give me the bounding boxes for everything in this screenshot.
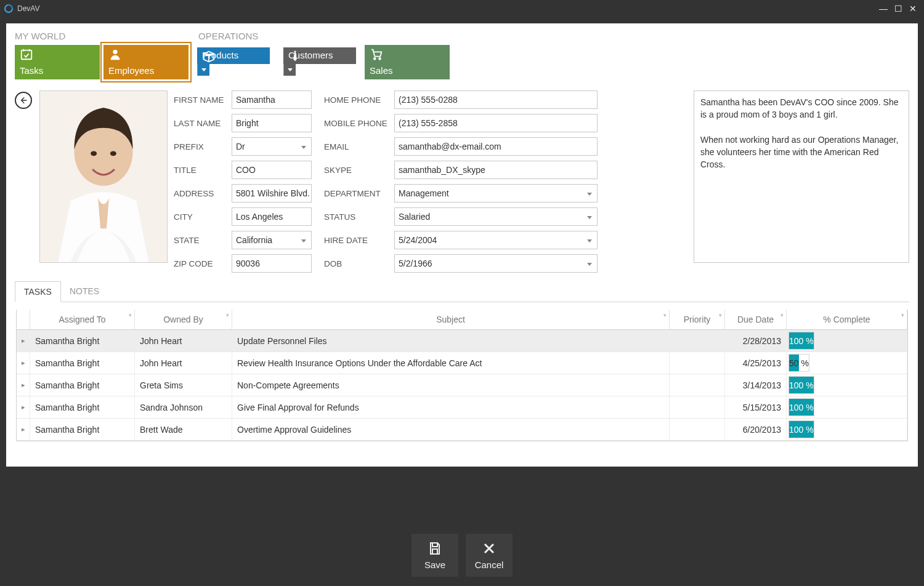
content-panel: MY WORLD OPERATIONS Tasks Employees Prod… (6, 23, 918, 467)
employee-notes: Samantha has been DevAV's COO since 2009… (694, 90, 909, 263)
filter-icon[interactable]: ▾ (719, 312, 722, 318)
cancel-label: Cancel (475, 560, 504, 570)
table-row[interactable]: ▸Samantha BrightGreta SimsNon-Compete Ag… (17, 374, 907, 396)
svg-rect-10 (432, 549, 437, 554)
tab-notes[interactable]: NOTES (61, 281, 108, 302)
cell-priority (670, 374, 725, 396)
state-label: STATE (174, 236, 229, 245)
expand-icon[interactable]: ▸ (17, 419, 30, 440)
cell-priority (670, 352, 725, 374)
cell-complete: 100 % (787, 374, 907, 396)
cart-icon (370, 47, 383, 63)
save-label: Save (424, 560, 445, 570)
cell-subject: Update Personnel Files (232, 330, 670, 351)
nav-customers[interactable]: Customers (278, 45, 361, 79)
notes-line1: Samantha has been DevAV's COO since 2009… (700, 96, 902, 121)
notes-line2: When not working hard as our Operations … (700, 134, 902, 171)
expand-icon[interactable]: ▸ (17, 330, 30, 351)
department-select[interactable]: Management (394, 184, 598, 203)
box-icon (202, 50, 216, 65)
hire-date-field[interactable]: 5/24/2004 (394, 231, 598, 249)
grid-header-priority[interactable]: Priority▾ (670, 310, 725, 329)
mobile-phone-field[interactable]: (213) 555-2858 (394, 114, 598, 132)
nav-employees[interactable]: Employees (103, 45, 188, 79)
form-column-left: FIRST NAME Samantha LAST NAME Bright PRE… (174, 90, 312, 273)
filter-icon[interactable]: ▾ (226, 312, 229, 318)
cell-priority (670, 419, 725, 440)
section-myworld-label: MY WORLD (15, 31, 198, 41)
title-field[interactable]: COO (232, 161, 312, 179)
save-button[interactable]: Save (411, 534, 458, 577)
minimize-button[interactable]: — (876, 4, 891, 14)
nav-tasks[interactable]: Tasks (15, 45, 100, 79)
filter-icon[interactable]: ▾ (129, 312, 132, 318)
person-icon (108, 47, 122, 63)
email-field[interactable]: samanthab@dx-email.com (394, 137, 598, 156)
nav-sales[interactable]: Sales (365, 45, 450, 79)
expand-icon[interactable]: ▸ (17, 374, 30, 396)
expand-icon[interactable]: ▸ (17, 396, 30, 418)
maximize-button[interactable]: ☐ (891, 4, 906, 14)
address-field[interactable]: 5801 Wilshire Blvd. (232, 184, 312, 203)
last-name-field[interactable]: Bright (232, 114, 312, 132)
table-row[interactable]: ▸Samantha BrightSandra JohnsonGive Final… (17, 396, 907, 419)
cell-assigned: Samantha Bright (30, 374, 135, 396)
grid-header-complete[interactable]: % Complete▾ (787, 310, 907, 329)
cell-due: 4/25/2013 (725, 352, 787, 374)
grid-header-subject[interactable]: Subject▾ (232, 310, 670, 329)
cell-complete: 100 % (787, 419, 907, 440)
calendar-check-icon (20, 47, 33, 63)
cell-due: 6/20/2013 (725, 419, 787, 440)
state-select[interactable]: California (232, 231, 312, 249)
chevron-down-icon (201, 68, 206, 71)
nav-products[interactable]: Products (192, 45, 275, 79)
table-row[interactable]: ▸Samantha BrightBrett WadeOvertime Appro… (17, 419, 907, 441)
nav-sales-label: Sales (370, 65, 445, 76)
first-name-field[interactable]: Samantha (232, 90, 312, 109)
svg-point-3 (374, 58, 376, 60)
nav-customers-dropdown[interactable] (283, 64, 296, 76)
prefix-select[interactable]: Dr (232, 137, 312, 156)
cell-assigned: Samantha Bright (30, 330, 135, 351)
filter-icon[interactable]: ▾ (901, 312, 904, 318)
last-name-label: LAST NAME (174, 119, 229, 128)
skype-field[interactable]: samanthab_DX_skype (394, 161, 598, 179)
expand-icon[interactable]: ▸ (17, 352, 30, 374)
table-row[interactable]: ▸Samantha BrightJohn HeartReview Health … (17, 352, 907, 374)
cancel-button[interactable]: Cancel (466, 534, 513, 577)
cell-due: 2/28/2013 (725, 330, 787, 351)
zip-label: ZIP CODE (174, 259, 229, 268)
svg-point-4 (379, 58, 381, 60)
cell-assigned: Samantha Bright (30, 352, 135, 374)
nav-products-dropdown[interactable] (197, 64, 209, 76)
dob-field[interactable]: 5/2/1966 (394, 254, 598, 273)
chevron-down-icon (288, 68, 293, 71)
grid-header-owned[interactable]: Owned By▾ (135, 310, 232, 329)
close-button[interactable]: ✕ (906, 4, 920, 14)
svg-point-8 (110, 151, 116, 156)
city-field[interactable]: Los Angeles (232, 207, 312, 226)
section-operations-label: OPERATIONS (198, 31, 258, 41)
save-icon (428, 541, 442, 556)
cell-assigned: Samantha Bright (30, 419, 135, 440)
grid-header-expander (17, 310, 30, 329)
svg-rect-1 (22, 50, 32, 60)
filter-icon[interactable]: ▾ (663, 312, 667, 318)
tab-tasks[interactable]: TASKS (15, 281, 61, 302)
arrow-left-icon (18, 95, 28, 105)
svg-point-2 (113, 50, 117, 54)
back-button[interactable] (15, 92, 32, 109)
svg-point-7 (91, 151, 97, 156)
avatar-placeholder-icon (40, 91, 167, 262)
cell-subject: Non-Compete Agreements (232, 374, 670, 396)
grid-header-assigned[interactable]: Assigned To▾ (30, 310, 135, 329)
zip-field[interactable]: 90036 (232, 254, 312, 273)
filter-icon[interactable]: ▾ (780, 312, 784, 318)
home-phone-field[interactable]: (213) 555-0288 (394, 90, 598, 109)
table-row[interactable]: ▸Samantha BrightJohn HeartUpdate Personn… (17, 330, 907, 352)
grid-header-due[interactable]: Due Date▾ (725, 310, 787, 329)
nav-tile-strip: Tasks Employees Products Customers Sales (15, 45, 909, 79)
status-select[interactable]: Salaried (394, 207, 598, 226)
app-icon (4, 4, 14, 14)
tasks-grid: Assigned To▾ Owned By▾ Subject▾ Priority… (16, 310, 908, 441)
